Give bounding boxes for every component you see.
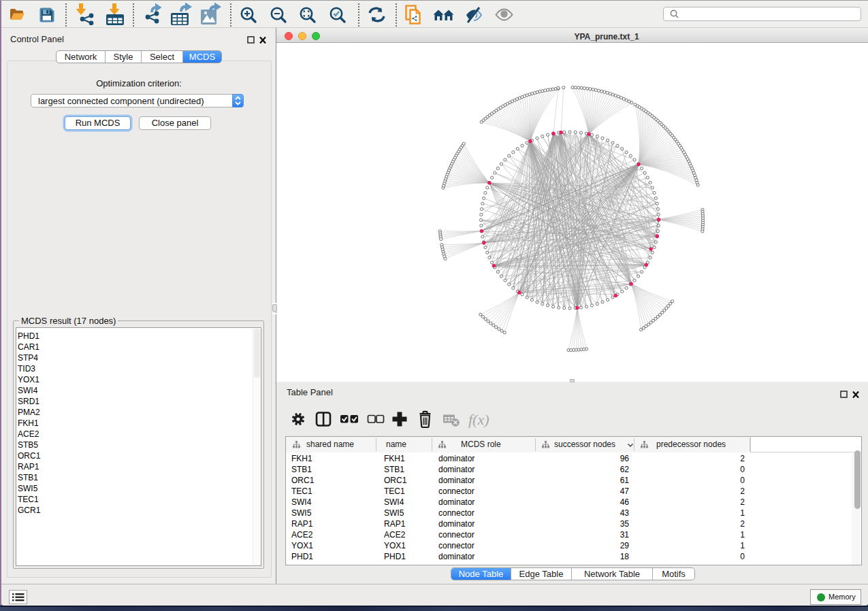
svg-text:f(x): f(x) xyxy=(468,411,489,428)
